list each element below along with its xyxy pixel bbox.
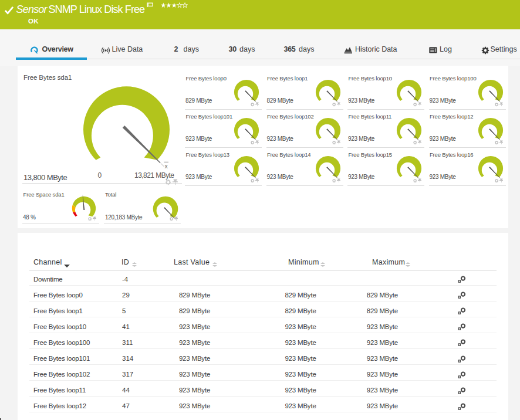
svg-text:x: x: [165, 162, 168, 170]
